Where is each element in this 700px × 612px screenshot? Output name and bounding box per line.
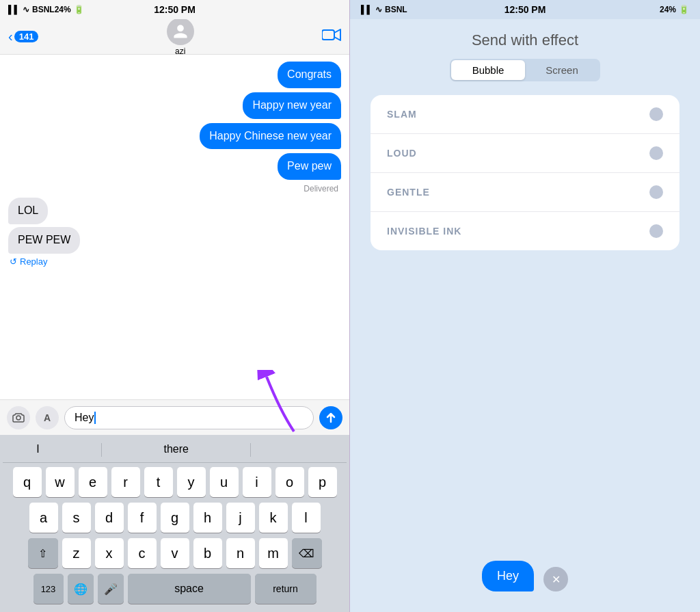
effect-gentle-radio[interactable] bbox=[649, 185, 663, 199]
camera-button[interactable] bbox=[7, 406, 30, 429]
key-backspace[interactable]: ⌫ bbox=[292, 538, 322, 568]
key-p[interactable]: p bbox=[308, 467, 337, 497]
key-r[interactable]: r bbox=[111, 467, 140, 497]
tab-screen[interactable]: Screen bbox=[525, 60, 599, 80]
effect-loud-radio[interactable] bbox=[649, 146, 663, 160]
key-f[interactable]: f bbox=[128, 503, 157, 533]
bubble-chinese-new-year: Happy Chinese new year bbox=[200, 123, 341, 150]
key-h[interactable]: h bbox=[193, 503, 222, 533]
key-q[interactable]: q bbox=[13, 467, 42, 497]
key-k[interactable]: k bbox=[259, 503, 288, 533]
signal-icon: ▌▌ bbox=[8, 5, 20, 14]
key-space[interactable]: space bbox=[128, 574, 251, 604]
right-time: 12:50 PM bbox=[504, 4, 546, 15]
effect-invisible-ink[interactable]: INVISIBLE INK bbox=[371, 212, 679, 250]
key-j[interactable]: j bbox=[226, 503, 255, 533]
right-wifi-icon: ∿ bbox=[375, 5, 382, 14]
suggest-divider-2 bbox=[250, 443, 251, 457]
right-status-bar: ▌▌ ∿ BSNL 12:50 PM 24% 🔋 bbox=[350, 0, 700, 19]
effect-invisible-ink-label: INVISIBLE INK bbox=[387, 226, 461, 237]
key-numbers[interactable]: 123 bbox=[33, 574, 64, 604]
suggest-there[interactable]: there bbox=[158, 443, 193, 457]
key-z[interactable]: z bbox=[62, 538, 91, 568]
key-t[interactable]: t bbox=[144, 467, 173, 497]
suggestions-bar: I there bbox=[3, 440, 347, 463]
preview-area: Hey ✕ bbox=[350, 250, 700, 612]
effect-invisible-ink-radio[interactable] bbox=[649, 224, 663, 238]
wifi-icon: ∿ bbox=[23, 5, 29, 14]
key-v[interactable]: v bbox=[161, 538, 189, 568]
key-mic[interactable]: 🎤 bbox=[98, 574, 124, 604]
message-row-pew-pew-received: PEW PEW bbox=[8, 227, 341, 254]
effect-loud[interactable]: LOUD bbox=[371, 134, 679, 173]
key-a[interactable]: a bbox=[29, 503, 58, 533]
key-o[interactable]: o bbox=[275, 467, 304, 497]
keyboard: I there q w e r t y u i o p a s d f g h … bbox=[0, 435, 349, 612]
contact-header[interactable]: azi bbox=[167, 18, 194, 56]
facetime-button[interactable] bbox=[322, 28, 341, 46]
message-row-happy-new-year: Happy new year bbox=[8, 92, 341, 119]
effect-slam-radio[interactable] bbox=[649, 107, 663, 121]
effect-slam-label: SLAM bbox=[387, 109, 417, 120]
left-battery: 24% 🔋 bbox=[55, 5, 84, 14]
effect-gentle-label: GENTLE bbox=[387, 187, 430, 198]
right-signal-icon: ▌▌ bbox=[361, 5, 373, 14]
message-input[interactable]: Hey bbox=[64, 406, 314, 429]
key-x[interactable]: x bbox=[95, 538, 124, 568]
text-cursor bbox=[94, 412, 96, 424]
key-s[interactable]: s bbox=[62, 503, 91, 533]
delivered-label: Delivered bbox=[8, 184, 338, 194]
nav-bar: ‹ 141 azi bbox=[0, 19, 349, 55]
message-row-chinese-new-year: Happy Chinese new year bbox=[8, 123, 341, 150]
apps-button[interactable]: A bbox=[36, 406, 59, 429]
close-button[interactable]: ✕ bbox=[543, 567, 568, 591]
key-b[interactable]: b bbox=[193, 538, 222, 568]
svg-rect-0 bbox=[322, 30, 334, 40]
keyboard-row-4: 123 🌐 🎤 space return bbox=[3, 574, 347, 604]
key-l[interactable]: l bbox=[292, 503, 321, 533]
left-time: 12:50 PM bbox=[154, 4, 196, 15]
key-u[interactable]: u bbox=[210, 467, 239, 497]
effect-screen-title: Send with effect bbox=[350, 19, 700, 59]
effect-tabs: Bubble Screen bbox=[450, 59, 600, 81]
suggest-i[interactable]: I bbox=[31, 443, 44, 457]
key-w[interactable]: w bbox=[46, 467, 75, 497]
key-c[interactable]: c bbox=[128, 538, 157, 568]
message-row-lol: LOL bbox=[8, 198, 341, 224]
keyboard-row-1: q w e r t y u i o p bbox=[3, 467, 347, 497]
left-carrier: ▌▌ ∿ BSNL bbox=[8, 5, 55, 14]
key-i[interactable]: i bbox=[243, 467, 271, 497]
tab-bubble[interactable]: Bubble bbox=[451, 60, 525, 80]
message-count-badge[interactable]: 141 bbox=[14, 31, 39, 42]
message-row-congrats: Congrats bbox=[8, 62, 341, 88]
key-g[interactable]: g bbox=[161, 503, 189, 533]
key-e[interactable]: e bbox=[79, 467, 107, 497]
input-text: Hey bbox=[75, 412, 94, 424]
preview-bubble: Hey bbox=[482, 561, 534, 591]
bubble-pew-pew-received: PEW PEW bbox=[8, 227, 80, 254]
right-battery-icon: 🔋 bbox=[679, 5, 689, 14]
replay-button[interactable]: ↺ Replay bbox=[8, 256, 341, 267]
keyboard-row-3: ⇧ z x c v b n m ⌫ bbox=[3, 538, 347, 568]
key-globe[interactable]: 🌐 bbox=[68, 574, 94, 604]
right-carrier: ▌▌ ∿ BSNL bbox=[361, 5, 407, 14]
effect-slam[interactable]: SLAM bbox=[371, 95, 679, 134]
send-button[interactable] bbox=[319, 406, 342, 429]
chevron-left-icon: ‹ bbox=[8, 29, 13, 44]
back-button[interactable]: ‹ 141 bbox=[8, 29, 38, 44]
send-with-effect-screen: ▌▌ ∿ BSNL 12:50 PM 24% 🔋 Send with effec… bbox=[350, 0, 700, 612]
effect-loud-label: LOUD bbox=[387, 148, 417, 159]
right-battery: 24% 🔋 bbox=[660, 5, 689, 14]
key-n[interactable]: n bbox=[226, 538, 255, 568]
key-m[interactable]: m bbox=[259, 538, 288, 568]
key-return[interactable]: return bbox=[255, 574, 317, 604]
messages-screen: ▌▌ ∿ BSNL 12:50 PM 24% 🔋 ‹ 141 azi bbox=[0, 0, 350, 612]
key-d[interactable]: d bbox=[95, 503, 124, 533]
key-shift[interactable]: ⇧ bbox=[28, 538, 58, 568]
bubble-lol: LOL bbox=[8, 198, 48, 224]
key-y[interactable]: y bbox=[177, 467, 206, 497]
message-row-pew-pew: Pew pew bbox=[8, 153, 341, 180]
effect-gentle[interactable]: GENTLE bbox=[371, 173, 679, 212]
close-icon: ✕ bbox=[552, 573, 561, 586]
input-area: A Hey bbox=[0, 399, 349, 435]
